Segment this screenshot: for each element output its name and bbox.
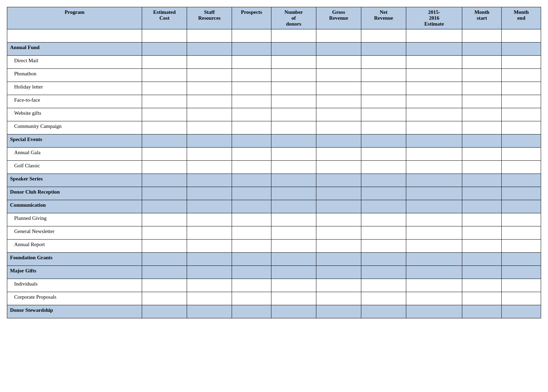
- data-cell: [462, 82, 502, 95]
- data-cell: [361, 134, 406, 148]
- header-gross-revenue: GrossRevenue: [316, 7, 361, 29]
- program-cell: Website gifts: [7, 108, 142, 121]
- data-cell: [316, 82, 361, 95]
- data-cell: [187, 279, 232, 292]
- data-cell: [271, 266, 316, 279]
- data-cell: [406, 121, 462, 134]
- data-cell: [232, 213, 271, 226]
- data-cell: [406, 161, 462, 174]
- data-cell: [187, 200, 232, 213]
- data-cell: [462, 279, 502, 292]
- data-cell: [232, 187, 271, 200]
- data-cell: [232, 240, 271, 253]
- data-cell: [361, 279, 406, 292]
- data-cell: [142, 174, 187, 187]
- data-cell: [502, 292, 541, 305]
- data-cell: [142, 266, 187, 279]
- data-cell: [232, 305, 271, 318]
- program-cell: Donor Club Reception: [7, 187, 142, 200]
- empty-cell: [406, 29, 462, 43]
- data-cell: [316, 253, 361, 266]
- data-cell: [271, 134, 316, 148]
- data-cell: [361, 226, 406, 240]
- table-row: Annual Fund: [7, 43, 541, 56]
- data-cell: [232, 200, 271, 213]
- data-cell: [462, 134, 502, 148]
- data-cell: [232, 121, 271, 134]
- data-cell: [142, 253, 187, 266]
- data-cell: [316, 43, 361, 56]
- data-cell: [142, 108, 187, 121]
- data-cell: [187, 43, 232, 56]
- data-cell: [406, 266, 462, 279]
- data-cell: [316, 95, 361, 108]
- table-row: Communication: [7, 200, 541, 213]
- data-cell: [142, 43, 187, 56]
- data-cell: [142, 200, 187, 213]
- data-cell: [462, 292, 502, 305]
- data-cell: [142, 226, 187, 240]
- data-cell: [142, 82, 187, 95]
- data-cell: [406, 174, 462, 187]
- table-row: Corporate Proposals: [7, 292, 541, 305]
- program-cell: Annual Report: [7, 240, 142, 253]
- data-cell: [271, 121, 316, 134]
- header-program: Program: [7, 7, 142, 29]
- empty-cell: [316, 29, 361, 43]
- program-cell: Direct Mail: [7, 56, 142, 69]
- data-cell: [361, 95, 406, 108]
- data-cell: [232, 292, 271, 305]
- data-cell: [406, 95, 462, 108]
- empty-cell: [142, 29, 187, 43]
- data-cell: [462, 43, 502, 56]
- data-cell: [502, 95, 541, 108]
- table-row: Major Gifts: [7, 266, 541, 279]
- data-cell: [142, 279, 187, 292]
- program-cell: Planned Giving: [7, 213, 142, 226]
- data-cell: [232, 56, 271, 69]
- data-cell: [187, 161, 232, 174]
- data-cell: [232, 134, 271, 148]
- data-cell: [232, 226, 271, 240]
- data-cell: [232, 43, 271, 56]
- data-cell: [187, 266, 232, 279]
- data-cell: [316, 240, 361, 253]
- data-cell: [406, 148, 462, 161]
- data-cell: [502, 187, 541, 200]
- program-cell: Major Gifts: [7, 266, 142, 279]
- table-row: Annual Report: [7, 240, 541, 253]
- data-cell: [316, 69, 361, 82]
- data-cell: [142, 134, 187, 148]
- data-cell: [502, 134, 541, 148]
- empty-cell: [232, 29, 271, 43]
- data-cell: [502, 69, 541, 82]
- data-cell: [142, 292, 187, 305]
- program-cell: Foundation Grants: [7, 253, 142, 266]
- data-cell: [502, 266, 541, 279]
- data-cell: [361, 187, 406, 200]
- data-cell: [232, 108, 271, 121]
- data-cell: [361, 56, 406, 69]
- data-cell: [271, 43, 316, 56]
- program-cell: Special Events: [7, 134, 142, 148]
- header-row: Program EstimatedCost StaffResources Pro…: [7, 7, 541, 29]
- data-cell: [502, 148, 541, 161]
- data-cell: [406, 200, 462, 213]
- data-cell: [271, 108, 316, 121]
- data-cell: [406, 240, 462, 253]
- program-cell: Golf Classic: [7, 161, 142, 174]
- empty-cell: [187, 29, 232, 43]
- program-cell: Speaker Series: [7, 174, 142, 187]
- data-cell: [232, 279, 271, 292]
- table-row: Website gifts: [7, 108, 541, 121]
- header-number-of-donors: Numberofdonors: [271, 7, 316, 29]
- data-cell: [187, 174, 232, 187]
- data-cell: [361, 108, 406, 121]
- data-cell: [187, 253, 232, 266]
- program-cell: Donor Stewardship: [7, 305, 142, 318]
- data-cell: [271, 279, 316, 292]
- data-cell: [462, 213, 502, 226]
- data-cell: [232, 174, 271, 187]
- empty-cell: [502, 29, 541, 43]
- table-row: Face-to-face: [7, 95, 541, 108]
